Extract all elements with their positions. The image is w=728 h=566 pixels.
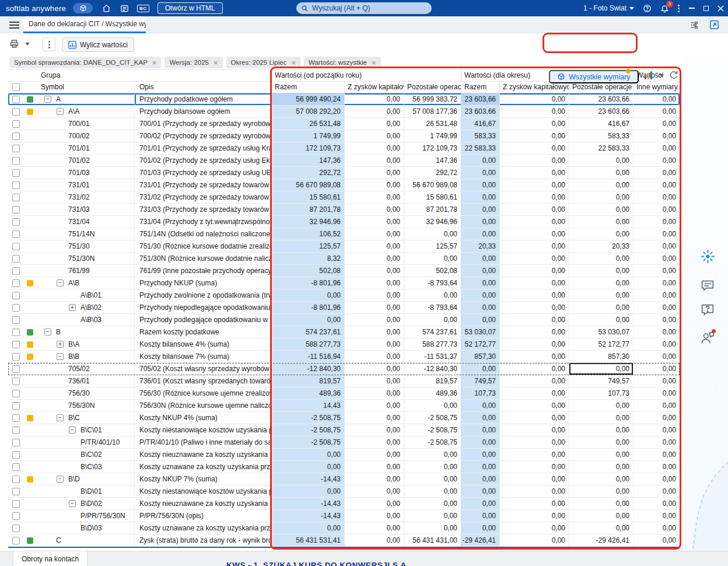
collapse-icon[interactable]: −	[57, 476, 64, 483]
value-cell[interactable]: 0,00	[633, 142, 680, 154]
table-row[interactable]: 751/14N751/14N (Odsetki od należności na…	[8, 228, 680, 240]
value-cell[interactable]: 0,00	[344, 387, 404, 399]
value-cell[interactable]: 0,00	[569, 461, 633, 473]
row-checkbox[interactable]	[12, 525, 20, 532]
value-cell[interactable]: 0,00	[344, 534, 404, 546]
row-description[interactable]: 701/01 (Przychody ze sprzedaży usług Kra…	[134, 142, 271, 154]
value-cell[interactable]: 0,00	[344, 204, 404, 215]
table-row[interactable]: 701/03701/03 (Przychody ze sprzedaży usł…	[8, 167, 680, 179]
value-cell[interactable]: -2 508,75	[404, 436, 461, 448]
row-checkbox[interactable]	[12, 365, 20, 373]
table-row[interactable]: −APrzychody podatkowe ogółem56 999 490,2…	[8, 93, 680, 106]
value-cell[interactable]: 0,00	[633, 363, 680, 375]
value-cell[interactable]: 125,57	[404, 240, 461, 252]
value-cell[interactable]: 0,00	[344, 93, 404, 105]
value-cell[interactable]: 0,00	[499, 522, 569, 534]
row-description[interactable]: Koszty bilansowe 7% (suma)	[134, 351, 271, 362]
value-cell[interactable]: 0,00	[499, 118, 569, 130]
value-cell[interactable]: 0,00	[499, 351, 569, 362]
row-checkbox[interactable]	[12, 390, 20, 397]
column-header-symbol[interactable]: Symbol	[36, 82, 134, 93]
row-description[interactable]: Koszty nieuznawane za koszty uzyskania p…	[134, 498, 271, 509]
value-cell[interactable]: 56 999 490,24	[271, 93, 344, 105]
value-cell[interactable]: 0,00	[461, 289, 499, 301]
value-cell[interactable]: 0,00	[633, 473, 680, 485]
table-row[interactable]: B\D\03Koszty uznawane za koszty uzyskani…	[8, 522, 680, 534]
table-row[interactable]: 756/30N756/30N (Różnice kursowe ujemne n…	[8, 400, 680, 412]
row-description[interactable]: 731/01 (Przychody ze sprzedaży towarów K…	[134, 179, 271, 191]
column-header-razem-ytd[interactable]: Razem	[271, 82, 344, 93]
value-cell[interactable]: 0,00	[271, 522, 344, 534]
value-cell[interactable]: -29 426,41	[569, 534, 633, 546]
value-cell[interactable]: 583,33	[461, 130, 499, 142]
value-cell[interactable]: 0,00	[569, 498, 633, 509]
value-cell[interactable]: 0,00	[344, 473, 404, 485]
value-cell[interactable]: 52 172,77	[569, 338, 633, 350]
expand-icon[interactable]: +	[57, 341, 64, 348]
value-cell[interactable]: -8 793,64	[404, 302, 461, 313]
value-cell[interactable]: 0,00	[633, 106, 680, 117]
value-cell[interactable]: 52 172,77	[461, 338, 499, 350]
row-checkbox[interactable]	[12, 512, 20, 520]
value-cell[interactable]: 749,57	[569, 375, 633, 387]
row-checkbox[interactable]	[12, 451, 20, 459]
value-cell[interactable]: -29 426,41	[461, 534, 499, 546]
value-cell[interactable]: 0,00	[569, 400, 633, 411]
collapse-icon[interactable]: −	[44, 329, 51, 336]
value-cell[interactable]: 0,00	[569, 265, 633, 277]
value-cell[interactable]: 0,00	[633, 118, 680, 130]
value-cell[interactable]: 0,00	[633, 338, 680, 350]
value-cell[interactable]: 0,00	[344, 302, 404, 313]
value-cell[interactable]: 819,57	[404, 375, 461, 387]
row-checkbox[interactable]	[12, 157, 20, 165]
chip-close-icon[interactable]: ×	[152, 58, 157, 67]
row-description[interactable]: Przychody bilansowe ogółem	[134, 106, 271, 117]
value-cell[interactable]: -11 516,94	[271, 351, 344, 362]
value-cell[interactable]: 0,00	[271, 461, 344, 473]
home-button[interactable]	[102, 4, 111, 13]
row-description[interactable]: Koszty nieuznawane za koszty uzyskania p…	[134, 449, 271, 460]
value-cell[interactable]: 0,00	[404, 228, 461, 240]
help-chat-button[interactable]	[700, 302, 715, 320]
value-cell[interactable]: 0,00	[499, 498, 569, 509]
value-cell[interactable]: 0,00	[499, 424, 569, 436]
value-cell[interactable]: 0,00	[344, 130, 404, 142]
chip-close-icon[interactable]: ×	[372, 58, 376, 67]
row-description[interactable]: 701/03 (Przychody ze sprzedaży usług UE)	[134, 167, 271, 179]
value-cell[interactable]: 56 431 431,00	[404, 534, 461, 546]
value-cell[interactable]: 0,00	[499, 155, 569, 166]
row-description[interactable]: 731/04 (Przychody z tyt.wewnątrzwspólnot…	[134, 216, 271, 228]
table-row[interactable]: A\B\03Przychody podlegające opodatkowani…	[8, 314, 680, 326]
row-checkbox[interactable]	[12, 267, 20, 275]
value-cell[interactable]: 57 008 292,20	[271, 106, 344, 117]
value-cell[interactable]: 0,00	[499, 473, 569, 485]
global-search[interactable]	[296, 2, 432, 14]
row-checkbox[interactable]	[12, 279, 20, 287]
value-cell[interactable]: 32 946,96	[404, 216, 461, 228]
value-cell[interactable]: 0,00	[569, 473, 633, 485]
row-checkbox[interactable]	[12, 194, 20, 201]
value-cell[interactable]: 56 670 989,08	[404, 179, 461, 191]
value-cell[interactable]: 0,00	[344, 179, 404, 191]
value-cell[interactable]: 0,00	[499, 142, 569, 154]
value-cell[interactable]: 56 999 383,72	[404, 93, 461, 105]
value-cell[interactable]: 0,00	[633, 191, 680, 203]
value-cell[interactable]: 0,00	[461, 485, 499, 497]
value-cell[interactable]: 0,00	[344, 363, 404, 375]
value-cell[interactable]: 1 749,99	[271, 130, 344, 142]
value-cell[interactable]: 0,00	[499, 228, 569, 240]
value-cell[interactable]: 292,72	[404, 167, 461, 179]
value-cell[interactable]: 0,00	[499, 314, 569, 326]
value-cell[interactable]: 0,00	[569, 204, 633, 215]
row-description[interactable]: Razem koszty podatkowe	[134, 326, 271, 338]
value-cell[interactable]: 87 201,78	[271, 204, 344, 215]
value-cell[interactable]: 0,00	[344, 142, 404, 154]
topbar-menu-button[interactable]	[678, 8, 680, 9]
help-button[interactable]	[643, 4, 652, 13]
table-row[interactable]: 731/04731/04 (Przychody z tyt.wewnątrzws…	[8, 216, 680, 228]
value-cell[interactable]: 0,00	[499, 216, 569, 228]
value-cell[interactable]: 0,00	[461, 461, 499, 473]
value-cell[interactable]: 23 603,66	[569, 106, 633, 117]
value-cell[interactable]: 87 201,78	[404, 204, 461, 215]
structure-panel-button[interactable]	[690, 20, 699, 32]
